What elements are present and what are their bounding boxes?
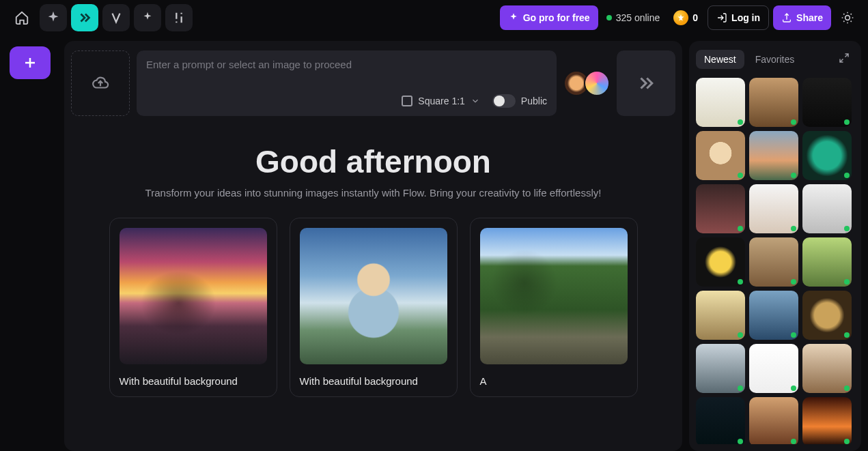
expand-panel-button[interactable]: [834, 48, 854, 71]
gallery-item[interactable]: [749, 291, 798, 340]
top-bar: Go pro for free 325 online 0 Log in Shar…: [0, 0, 868, 35]
plus-icon: [22, 55, 38, 71]
status-dot-icon: [844, 119, 850, 125]
center-panel: Square 1:1 Public Good afternoon Tr: [64, 41, 682, 451]
greeting-section: Good afternoon Transform your ideas into…: [71, 143, 675, 199]
theme-toggle-button[interactable]: [835, 5, 860, 30]
gallery-item[interactable]: [749, 344, 798, 393]
sparkle-icon: [46, 10, 61, 25]
gallery-item[interactable]: [696, 237, 745, 287]
magic-icon: [140, 10, 155, 25]
status-dot-icon: [844, 226, 850, 231]
card-thumbnail: [480, 228, 628, 364]
prompt-input[interactable]: [146, 59, 547, 70]
card-thumbnail: [120, 228, 267, 364]
login-label: Log in: [731, 12, 760, 23]
home-button[interactable]: [8, 4, 36, 31]
status-dot-icon: [791, 173, 796, 178]
card-caption: A: [480, 375, 628, 387]
suggestion-card[interactable]: With beautiful background: [290, 218, 458, 397]
status-dot-icon: [738, 173, 743, 178]
v-letter-icon: [109, 10, 124, 25]
suggestion-cards: With beautiful background With beautiful…: [71, 218, 675, 397]
status-dot-icon: [738, 439, 743, 444]
suggestion-card[interactable]: A: [470, 218, 638, 397]
tool-magic-button[interactable]: [134, 4, 161, 31]
left-rail: [7, 41, 57, 451]
sliders-icon: [171, 10, 186, 25]
upload-cloud-icon: [92, 74, 109, 92]
aspect-ratio-label: Square 1:1: [418, 96, 465, 106]
generate-button[interactable]: [617, 50, 675, 116]
gallery-item[interactable]: [802, 184, 852, 233]
gallery-item[interactable]: [696, 78, 745, 127]
online-count: 325 online: [616, 12, 660, 23]
prompt-box: Square 1:1 Public: [137, 50, 557, 116]
status-dot-icon: [844, 332, 850, 338]
gallery-item[interactable]: [802, 78, 852, 127]
public-label: Public: [521, 96, 547, 106]
gallery-item[interactable]: [696, 131, 745, 180]
card-caption: With beautiful background: [120, 375, 267, 387]
coins-counter[interactable]: 0: [673, 10, 698, 25]
card-thumbnail: [300, 228, 447, 364]
double-chevron-right-icon: [636, 73, 656, 93]
status-dot-icon: [738, 226, 743, 231]
status-dot-icon: [791, 119, 796, 125]
svg-point-0: [845, 16, 850, 20]
greeting-title: Good afternoon: [71, 143, 675, 180]
tool-v-button[interactable]: [102, 4, 130, 31]
gallery-item[interactable]: [749, 78, 798, 127]
double-chevron-icon: [77, 10, 92, 25]
sparkle-icon: [508, 12, 519, 23]
go-pro-button[interactable]: Go pro for free: [500, 5, 598, 30]
gallery-item[interactable]: [696, 184, 745, 233]
chevron-down-icon: [471, 96, 480, 106]
gallery-item[interactable]: [696, 344, 745, 393]
gallery-item[interactable]: [749, 131, 798, 180]
tool-flow-button[interactable]: [71, 4, 98, 31]
card-caption: With beautiful background: [300, 375, 447, 387]
main-area: Square 1:1 Public Good afternoon Tr: [0, 35, 868, 451]
public-toggle[interactable]: [492, 94, 516, 108]
prompt-options: Square 1:1 Public: [146, 94, 547, 108]
aspect-ratio-selector[interactable]: Square 1:1: [402, 96, 480, 106]
prompt-row: Square 1:1 Public: [71, 50, 675, 116]
gallery-grid: [696, 78, 854, 444]
status-dot-icon: [738, 385, 743, 391]
status-dot-icon: [844, 385, 850, 391]
status-dot-icon: [844, 279, 850, 285]
expand-icon: [838, 52, 850, 64]
new-button[interactable]: [10, 46, 51, 79]
login-icon: [716, 12, 727, 23]
online-indicator: 325 online: [606, 12, 660, 23]
gallery-item[interactable]: [802, 291, 852, 340]
tab-favorites[interactable]: Favorites: [747, 50, 803, 69]
status-dot-icon: [738, 119, 743, 125]
upload-image-button[interactable]: [71, 50, 130, 116]
suggestion-card[interactable]: With beautiful background: [109, 218, 277, 397]
gallery-item[interactable]: [749, 184, 798, 233]
gallery-item[interactable]: [749, 237, 798, 287]
status-dot-icon: [791, 385, 796, 391]
style-avatar-2[interactable]: [584, 70, 610, 96]
status-dot-icon: [844, 173, 850, 178]
status-dot-icon: [738, 279, 743, 285]
status-dot-icon: [791, 279, 796, 285]
gallery-item[interactable]: [802, 397, 852, 444]
tool-spark-button[interactable]: [40, 4, 67, 31]
login-button[interactable]: Log in: [708, 5, 769, 30]
tab-newest[interactable]: Newest: [696, 50, 744, 69]
gallery-item[interactable]: [802, 131, 852, 180]
status-dot-icon: [844, 439, 850, 444]
gallery-item[interactable]: [749, 397, 798, 444]
status-dot-icon: [791, 226, 796, 231]
gallery-item[interactable]: [696, 397, 745, 444]
gallery-item[interactable]: [802, 237, 852, 287]
tool-adjust-button[interactable]: [165, 4, 193, 31]
gallery-item[interactable]: [802, 344, 852, 393]
gallery-item[interactable]: [696, 291, 745, 340]
share-icon: [781, 12, 792, 23]
square-icon: [402, 96, 412, 106]
share-button[interactable]: Share: [773, 5, 831, 30]
